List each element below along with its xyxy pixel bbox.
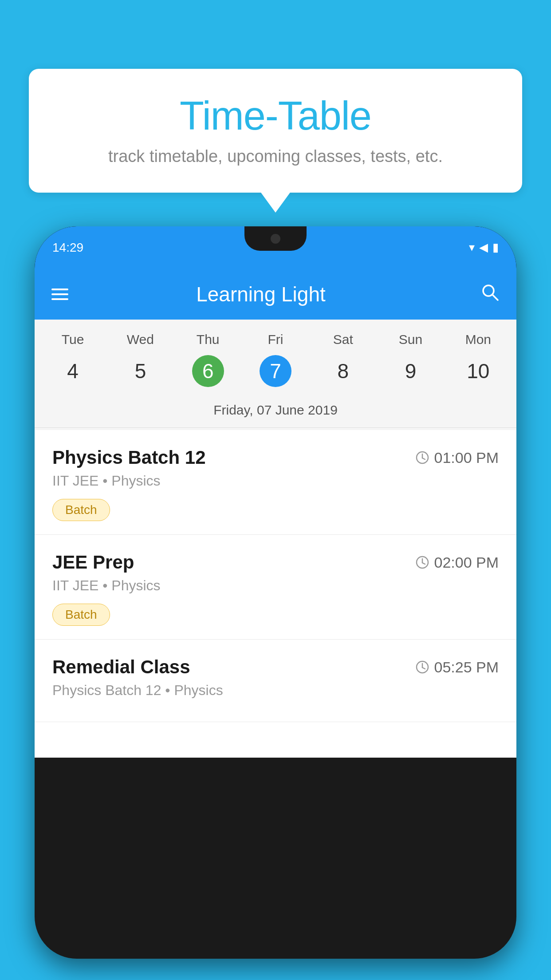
app-title: Learning Light	[55, 282, 467, 306]
day-header-fri: Fri	[242, 328, 309, 351]
camera	[271, 234, 280, 244]
phone-bottom	[35, 722, 516, 758]
phone-frame: 14:29 ▾ ◀ ▮	[35, 226, 516, 959]
day-cell-4[interactable]: 4	[39, 351, 106, 391]
clock-icon-2	[415, 555, 429, 569]
schedule-list: Physics Batch 12 01:00 PM IIT JEE • Ph	[35, 430, 516, 722]
day-cell-9[interactable]: 9	[377, 351, 444, 391]
class-detail-3: Physics Batch 12 • Physics	[52, 682, 499, 699]
calendar-strip: Tue Wed Thu Fri Sat Sun Mon 4 5	[35, 320, 516, 430]
phone-wrapper: 14:29 ▾ ◀ ▮	[35, 226, 516, 980]
svg-line-1	[492, 295, 498, 300]
day-number-6: 6	[192, 355, 224, 387]
schedule-item-1[interactable]: Physics Batch 12 01:00 PM IIT JEE • Ph	[35, 430, 516, 535]
schedule-item-header-2: JEE Prep 02:00 PM	[52, 552, 499, 573]
class-time-2: 02:00 PM	[415, 554, 499, 571]
class-name-2: JEE Prep	[52, 552, 134, 573]
svg-line-7	[422, 563, 425, 564]
class-name-1: Physics Batch 12	[52, 447, 206, 468]
day-header-thu: Thu	[174, 328, 242, 351]
svg-line-4	[422, 458, 425, 459]
class-time-1: 01:00 PM	[415, 449, 499, 466]
schedule-item-2[interactable]: JEE Prep 02:00 PM IIT JEE • Physics	[35, 535, 516, 640]
app-bar: Learning Light	[35, 269, 516, 320]
day-header-sun: Sun	[377, 328, 444, 351]
battery-icon: ▮	[492, 241, 499, 254]
wifi-icon: ▾	[469, 241, 475, 254]
svg-line-10	[422, 668, 425, 669]
day-header-tue: Tue	[39, 328, 106, 351]
day-cell-7[interactable]: 7	[242, 351, 309, 391]
clock-icon-1	[415, 450, 429, 465]
day-cell-5[interactable]: 5	[106, 351, 174, 391]
phone-screen: 14:29 ▾ ◀ ▮	[35, 226, 516, 959]
notch	[244, 226, 307, 251]
search-button[interactable]	[480, 282, 500, 306]
selected-date-label: Friday, 07 June 2019	[35, 398, 516, 428]
class-time-3: 05:25 PM	[415, 659, 499, 676]
day-cell-6[interactable]: 6	[174, 351, 242, 391]
day-number-4: 4	[57, 355, 89, 387]
day-number-9: 9	[395, 355, 427, 387]
clock-icon-3	[415, 660, 429, 674]
day-numbers: 4 5 6 7 8	[35, 351, 516, 391]
day-number-5: 5	[124, 355, 156, 387]
screen-content: 14:29 ▾ ◀ ▮	[35, 226, 516, 923]
day-header-sat: Sat	[309, 328, 377, 351]
schedule-item-header-3: Remedial Class 05:25 PM	[52, 656, 499, 678]
speech-bubble: Time-Table track timetable, upcoming cla…	[29, 69, 522, 193]
day-number-7: 7	[260, 355, 291, 387]
class-detail-1: IIT JEE • Physics	[52, 473, 499, 489]
class-name-3: Remedial Class	[52, 656, 190, 678]
day-number-8: 8	[327, 355, 359, 387]
bubble-subtitle: track timetable, upcoming classes, tests…	[55, 147, 496, 166]
signal-icon: ◀	[479, 241, 488, 254]
day-number-10: 10	[462, 355, 494, 387]
status-bar: 14:29 ▾ ◀ ▮	[35, 226, 516, 269]
day-cell-10[interactable]: 10	[445, 351, 512, 391]
day-headers: Tue Wed Thu Fri Sat Sun Mon	[35, 328, 516, 351]
class-detail-2: IIT JEE • Physics	[52, 577, 499, 594]
status-time: 14:29	[52, 241, 83, 255]
speech-bubble-container: Time-Table track timetable, upcoming cla…	[29, 69, 522, 193]
day-cell-8[interactable]: 8	[309, 351, 377, 391]
day-header-wed: Wed	[106, 328, 174, 351]
bubble-title: Time-Table	[55, 93, 496, 139]
status-icons: ▾ ◀ ▮	[469, 241, 499, 254]
day-header-mon: Mon	[445, 328, 512, 351]
schedule-item-header-1: Physics Batch 12 01:00 PM	[52, 447, 499, 468]
schedule-item-3[interactable]: Remedial Class 05:25 PM Physics Batch	[35, 640, 516, 722]
batch-badge-1: Batch	[52, 499, 110, 521]
batch-badge-2: Batch	[52, 604, 110, 626]
